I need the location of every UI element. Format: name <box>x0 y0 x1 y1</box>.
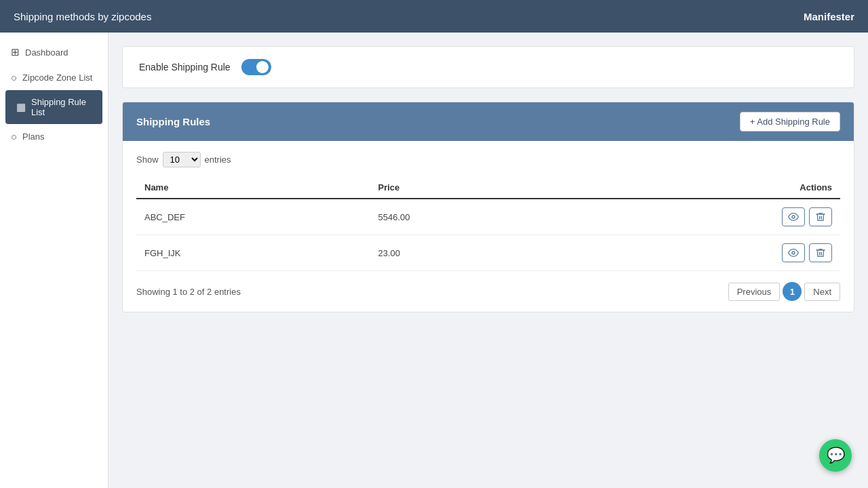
enable-shipping-toggle[interactable] <box>241 59 271 75</box>
row-actions <box>568 199 840 235</box>
dashboard-icon: ⊞ <box>11 46 20 58</box>
svg-point-0 <box>792 216 795 218</box>
topbar-title: Shipping methods by zipcodes <box>14 11 151 22</box>
topbar-brand: Manifester <box>804 11 854 22</box>
main-content: Enable Shipping Rule Shipping Rules + Ad… <box>108 33 868 488</box>
chat-fab[interactable]: 💬 <box>819 439 852 472</box>
table-row: ABC_DEF5546.00 <box>136 199 840 235</box>
view-button[interactable] <box>782 207 805 226</box>
main-layout: ⊞ Dashboard ○ Zipcode Zone List ▦ Shippi… <box>0 33 868 488</box>
view-button[interactable] <box>782 243 805 262</box>
current-page[interactable]: 1 <box>783 282 802 301</box>
previous-button[interactable]: Previous <box>728 283 781 301</box>
row-price: 23.00 <box>370 235 568 271</box>
next-button[interactable]: Next <box>804 283 840 301</box>
rules-body: Show 10 25 50 100 entries Name Price <box>123 141 854 312</box>
entries-label: entries <box>205 155 231 165</box>
pagination-row: Showing 1 to 2 of 2 entries Previous 1 N… <box>136 282 840 301</box>
svg-point-1 <box>792 251 795 254</box>
delete-button[interactable] <box>809 207 832 226</box>
topbar: Shipping methods by zipcodes Manifester <box>0 0 868 33</box>
sidebar-item-zipcode-zone-list[interactable]: ○ Zipcode Zone List <box>0 65 108 90</box>
sidebar-item-label: Zipcode Zone List <box>22 73 92 83</box>
plans-icon: ○ <box>11 131 17 142</box>
action-buttons <box>576 207 832 226</box>
shipping-rules-table: Name Price Actions ABC_DEF5546.00FGH_IJK… <box>136 177 840 271</box>
pagination-showing: Showing 1 to 2 of 2 entries <box>136 287 241 297</box>
col-price: Price <box>370 177 568 199</box>
row-actions <box>568 235 840 271</box>
row-price: 5546.00 <box>370 199 568 235</box>
sidebar-item-dashboard[interactable]: ⊞ Dashboard <box>0 39 108 65</box>
shipping-rules-card: Shipping Rules + Add Shipping Rule Show … <box>122 102 854 312</box>
col-name: Name <box>136 177 370 199</box>
row-name: FGH_IJK <box>136 235 370 271</box>
sidebar-item-label: Dashboard <box>25 47 68 58</box>
action-buttons <box>576 243 832 262</box>
chat-icon: 💬 <box>827 447 845 464</box>
zipcode-icon: ○ <box>11 72 17 83</box>
shipping-rule-icon: ▦ <box>16 101 26 113</box>
col-actions: Actions <box>568 177 840 199</box>
table-row: FGH_IJK23.00 <box>136 235 840 271</box>
show-label: Show <box>136 155 159 165</box>
sidebar-item-label: Plans <box>22 131 45 142</box>
toggle-slider <box>241 59 271 75</box>
rules-header: Shipping Rules + Add Shipping Rule <box>123 102 854 141</box>
sidebar-item-shipping-rule-list[interactable]: ▦ Shipping Rule List <box>5 90 102 124</box>
row-name: ABC_DEF <box>136 199 370 235</box>
table-header-row: Name Price Actions <box>136 177 840 199</box>
rules-title: Shipping Rules <box>136 116 210 127</box>
sidebar-item-label: Shipping Rule List <box>31 97 92 117</box>
sidebar-item-plans[interactable]: ○ Plans <box>0 124 108 149</box>
show-entries-row: Show 10 25 50 100 entries <box>136 152 840 167</box>
add-shipping-rule-button[interactable]: + Add Shipping Rule <box>740 112 840 131</box>
pagination-controls: Previous 1 Next <box>728 282 840 301</box>
entries-select[interactable]: 10 25 50 100 <box>163 152 201 167</box>
delete-button[interactable] <box>809 243 832 262</box>
enable-shipping-card: Enable Shipping Rule <box>122 46 854 88</box>
enable-shipping-label: Enable Shipping Rule <box>139 62 231 73</box>
sidebar: ⊞ Dashboard ○ Zipcode Zone List ▦ Shippi… <box>0 33 108 488</box>
